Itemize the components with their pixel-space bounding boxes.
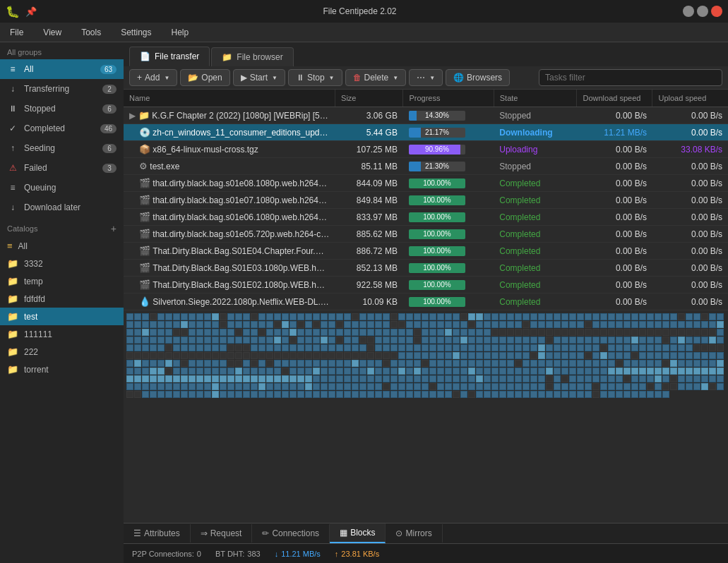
sidebar-item-transferring[interactable]: ↓ Transferring 2 <box>0 79 124 99</box>
browsers-label: Browsers <box>467 73 502 83</box>
block-cell <box>499 352 506 359</box>
tab-file-transfer[interactable]: 📄 File transfer <box>129 47 210 66</box>
block-cell <box>600 375 607 382</box>
block-cell <box>639 313 646 320</box>
menu-help[interactable]: Help <box>167 26 193 39</box>
block-cell <box>670 383 677 390</box>
block-cell <box>157 383 165 390</box>
block-cell <box>352 360 359 367</box>
table-row[interactable]: ▶📁 K.G.F Chapter 2 (2022) [1080p] [WEBRi… <box>124 107 728 124</box>
catalog-item-temp[interactable]: 📁 temp <box>0 272 124 290</box>
main-tabs: 📄 File transfer 📁 File browser <box>124 42 728 66</box>
table-row[interactable]: 🎬 that.dirty.black.bag.s01e08.1080p.web.… <box>124 175 728 192</box>
table-row[interactable]: 🎬 That.Dirty.Black.Bag.S01E03.1080p.WEB.… <box>124 260 728 277</box>
block-cell <box>422 337 429 344</box>
delete-button[interactable]: 🗑 Delete ▼ <box>345 69 407 86</box>
col-header-progress[interactable]: Progress <box>403 90 494 107</box>
block-cell <box>297 337 304 344</box>
block-cell <box>515 313 522 320</box>
menu-file[interactable]: File <box>6 26 28 39</box>
col-header-name[interactable]: Name <box>124 90 335 107</box>
catalog-item-torrent[interactable]: 📁 torrent <box>0 361 124 378</box>
sidebar-item-queuing[interactable]: ≡ Queuing <box>0 178 124 198</box>
tasks-filter-input[interactable] <box>539 69 722 86</box>
col-header-ul-speed[interactable]: Upload speed <box>652 90 728 107</box>
start-button[interactable]: ▶ Start ▼ <box>233 69 285 86</box>
block-cell <box>546 368 553 375</box>
catalog-item-111111[interactable]: 📁 111111 <box>0 325 124 343</box>
col-header-size[interactable]: Size <box>335 90 403 107</box>
block-cell <box>429 368 436 375</box>
minimize-button[interactable] <box>683 6 694 17</box>
table-row[interactable]: 📦 x86_64-linux-musl-cross.tgz107.25 MB 9… <box>124 141 728 158</box>
block-cell <box>515 321 522 328</box>
catalog-item-222[interactable]: 📁 222 <box>0 343 124 361</box>
block-cell <box>608 352 615 359</box>
sidebar-item-seeding[interactable]: ↑ Seeding 6 <box>0 138 124 158</box>
block-cell <box>251 368 258 375</box>
block-cell <box>616 344 623 351</box>
block-cell <box>398 360 405 367</box>
table-row[interactable]: 🎬 that.dirty.black.bag.s01e07.1080p.web.… <box>124 192 728 209</box>
close-button[interactable] <box>711 6 722 17</box>
block-cell <box>150 337 157 344</box>
table-row[interactable]: 🎬 That.Dirty.Black.Bag.S01E02.1080p.WEB.… <box>124 277 728 293</box>
bottom-tab-attributes[interactable]: ☰ Attributes <box>124 524 191 543</box>
block-cell <box>437 344 444 351</box>
block-cell <box>336 391 343 398</box>
tab-file-browser[interactable]: 📁 File browser <box>211 47 293 66</box>
dl-speed: 0.00 B/s <box>577 175 652 192</box>
table-row[interactable]: 💿 zh-cn_windows_11_consumer_editions_upd… <box>124 124 728 141</box>
more-button[interactable]: ⋯ ▼ <box>409 69 443 86</box>
block-cell <box>126 337 133 344</box>
block-cell <box>235 344 242 351</box>
catalog-item-test[interactable]: 📁 test <box>0 308 124 325</box>
col-header-state[interactable]: State <box>494 90 577 107</box>
bottom-tab-request[interactable]: ⇒ Request <box>191 524 253 543</box>
menu-tools[interactable]: Tools <box>77 26 105 39</box>
sidebar-badge-all: 63 <box>100 65 117 74</box>
stop-button[interactable]: ⏸ Stop ▼ <box>288 69 342 86</box>
block-cell <box>709 321 716 328</box>
open-button[interactable]: 📂 Open <box>180 69 229 86</box>
block-cell <box>282 329 289 336</box>
block-cell <box>297 375 304 382</box>
bottom-tab-connections[interactable]: ✏ Connections <box>252 524 330 543</box>
catalog-item-all[interactable]: ≡ All <box>0 237 124 255</box>
block-cell <box>585 360 592 367</box>
bottom-tab-mirrors[interactable]: ⊙ Mirrors <box>386 524 442 543</box>
block-cell <box>476 391 483 398</box>
sidebar-item-download-later[interactable]: ↓ Download later <box>0 198 124 217</box>
add-button[interactable]: + Add ▼ <box>129 69 177 86</box>
sidebar-item-stopped[interactable]: ⏸ Stopped 6 <box>0 99 124 119</box>
catalog-item-3332[interactable]: 📁 3332 <box>0 255 124 272</box>
table-row[interactable]: 💧 Silverton.Siege.2022.1080p.Netflix.WEB… <box>124 293 728 310</box>
table-row[interactable]: 🎬 That.Dirty.Black.Bag.S01E04.Chapter.Fo… <box>124 243 728 260</box>
add-catalog-button[interactable]: + <box>111 223 117 234</box>
block-cell <box>212 321 219 328</box>
table-row[interactable]: ⚙ test.exe85.11 MB 21.30% Stopped0.00 B/… <box>124 158 728 175</box>
sidebar-item-all[interactable]: ≡ All 63 <box>0 59 124 79</box>
block-cell <box>577 313 584 320</box>
maximize-button[interactable] <box>697 6 708 17</box>
menu-view[interactable]: View <box>39 26 66 39</box>
bottom-tab-blocks[interactable]: ▦ Blocks <box>330 523 386 543</box>
sidebar-item-failed[interactable]: ⚠ Failed 3 <box>0 158 124 178</box>
browsers-button[interactable]: 🌐 Browsers <box>446 69 510 86</box>
block-cell <box>453 344 460 351</box>
block-cell <box>196 344 203 351</box>
block-cell <box>422 368 429 375</box>
block-cell <box>422 344 429 351</box>
block-cell <box>530 383 537 390</box>
block-cell <box>422 375 429 382</box>
col-header-dl-speed[interactable]: Download speed <box>577 90 652 107</box>
catalog-item-fdfdfd[interactable]: 📁 fdfdfd <box>0 290 124 308</box>
block-cell <box>639 337 646 344</box>
sidebar-label-all: All <box>24 64 33 74</box>
table-row[interactable]: 🎬 that.dirty.black.bag.s01e05.720p.web.h… <box>124 226 728 243</box>
dl-speed: 0.00 B/s <box>577 243 652 260</box>
sidebar-item-completed[interactable]: ✓ Completed 46 <box>0 119 124 138</box>
table-row[interactable]: 🎬 that.dirty.black.bag.s01e06.1080p.web.… <box>124 209 728 226</box>
menu-settings[interactable]: Settings <box>117 26 155 39</box>
expand-icon[interactable]: ▶ <box>129 111 136 121</box>
